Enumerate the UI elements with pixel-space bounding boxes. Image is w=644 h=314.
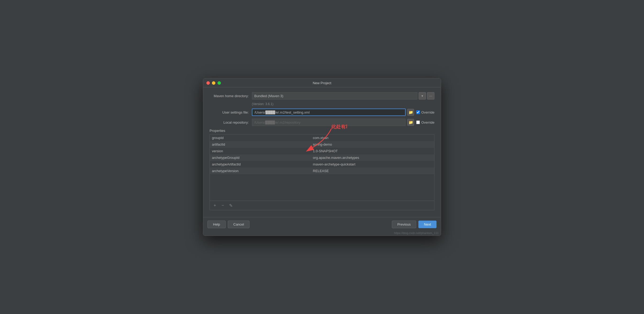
local-repo-input-wrap: 📁	[252, 119, 414, 126]
user-settings-row: User settings file: 📁 Override	[210, 109, 434, 116]
property-key: artifactId	[210, 141, 311, 148]
properties-wrapper: 此处有坑 groupId com.xiyan artifactId spring…	[210, 134, 434, 210]
local-repo-row: Local repository: 📁 Override	[210, 119, 434, 126]
table-row: artifactId spring-demo	[210, 141, 434, 148]
window-controls	[206, 81, 221, 85]
properties-table: groupId com.xiyan artifactId spring-demo…	[210, 134, 434, 174]
local-repo-override-label[interactable]: Override	[421, 120, 434, 124]
user-settings-override: Override	[416, 110, 434, 114]
local-repo-label: Local repository:	[210, 120, 252, 124]
maven-home-label: Maven home directory:	[210, 94, 252, 98]
add-property-button[interactable]: +	[212, 203, 218, 208]
local-repo-override: Override	[416, 120, 434, 124]
title-bar: New Project	[203, 78, 441, 87]
user-settings-folder-button[interactable]: 📁	[407, 109, 414, 116]
cancel-button[interactable]: Cancel	[228, 221, 250, 228]
table-row: groupId com.xiyan	[210, 134, 434, 141]
window-title: New Project	[313, 81, 331, 85]
version-text: (Version: 3.6.1)	[252, 102, 434, 106]
user-settings-override-checkbox[interactable]	[416, 110, 420, 114]
dialog-content: Maven home directory: Bundled (Maven 3) …	[203, 87, 441, 217]
properties-toolbar: + − ✎	[210, 201, 434, 210]
bottom-left-buttons: Help Cancel	[207, 221, 250, 228]
maven-home-dropdown-icon[interactable]: ▼	[419, 92, 426, 100]
property-value: com.xiyan	[311, 134, 434, 141]
watermark: https://blog.csdn.net/phantom_111	[203, 231, 441, 236]
property-value: maven-archetype-quickstart	[311, 161, 434, 168]
user-settings-label: User settings file:	[210, 110, 252, 114]
property-value: org.apache.maven.archetypes	[311, 154, 434, 161]
next-button[interactable]: Next	[418, 221, 437, 228]
local-repo-override-checkbox[interactable]	[416, 120, 420, 124]
table-row: archetypeGroupId org.apache.maven.archet…	[210, 154, 434, 161]
bottom-bar: Help Cancel Previous Next	[203, 217, 441, 231]
property-key: archetypeArtifactId	[210, 161, 311, 168]
user-settings-input[interactable]	[252, 109, 406, 116]
property-key: version	[210, 148, 311, 154]
previous-button[interactable]: Previous	[392, 221, 416, 228]
maven-home-input-wrap: Bundled (Maven 3) ▼ ···	[252, 92, 434, 100]
property-key: archetypeVersion	[210, 168, 311, 174]
help-button[interactable]: Help	[207, 221, 226, 228]
table-row: version 1.0-SNAPSHOT	[210, 148, 434, 154]
properties-section: groupId com.xiyan artifactId spring-demo…	[210, 134, 434, 210]
maven-home-more-button[interactable]: ···	[427, 92, 434, 100]
remove-property-button[interactable]: −	[220, 203, 226, 208]
local-repo-folder-button[interactable]: 📁	[407, 119, 414, 126]
properties-empty-space	[210, 174, 434, 201]
property-key: archetypeGroupId	[210, 154, 311, 161]
edit-property-button[interactable]: ✎	[228, 203, 234, 208]
maximize-button[interactable]	[217, 81, 221, 85]
maven-home-row: Maven home directory: Bundled (Maven 3) …	[210, 92, 434, 100]
user-settings-input-wrap: 📁	[252, 109, 414, 116]
property-value: spring-demo	[311, 141, 434, 148]
minimize-button[interactable]	[212, 81, 215, 85]
local-repo-input[interactable]	[252, 119, 406, 126]
new-project-dialog: New Project Maven home directory: Bundle…	[203, 78, 441, 236]
properties-section-label: Properties	[210, 129, 434, 133]
bottom-right-buttons: Previous Next	[392, 221, 437, 228]
property-value: RELEASE	[311, 168, 434, 174]
table-row: archetypeVersion RELEASE	[210, 168, 434, 174]
user-settings-override-label[interactable]: Override	[421, 110, 434, 114]
table-row: archetypeArtifactId maven-archetype-quic…	[210, 161, 434, 168]
maven-home-select[interactable]: Bundled (Maven 3)	[252, 92, 418, 100]
property-key: groupId	[210, 134, 311, 141]
property-value: 1.0-SNAPSHOT	[311, 148, 434, 154]
close-button[interactable]	[206, 81, 210, 85]
